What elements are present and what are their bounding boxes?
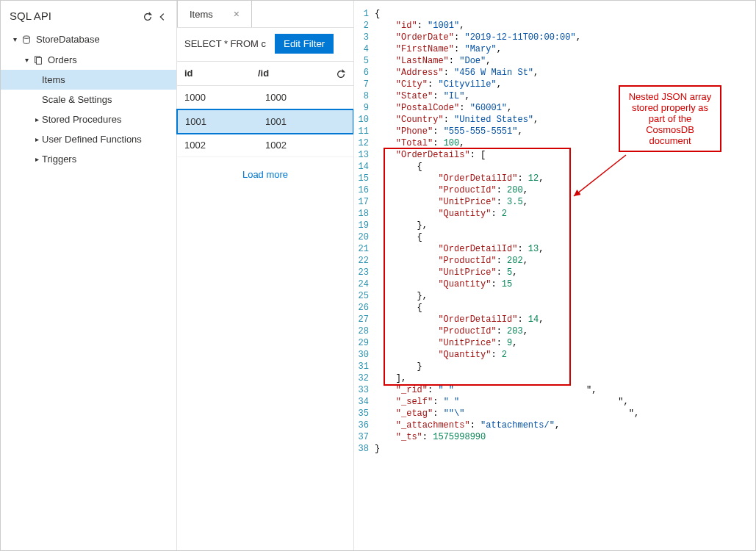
code-line: 1{ <box>354 8 755 20</box>
cell-pid: 1000 <box>265 92 346 103</box>
code-line: 21 "OrderDetailId": 13, <box>354 243 755 255</box>
code-line: 2 "id": "1001", <box>354 20 755 32</box>
code-line: 6 "Address": "456 W Main St", <box>354 67 755 79</box>
code-line: 4 "FirstName": "Mary", <box>354 43 755 55</box>
chevron-right-icon: ▸ <box>32 135 42 143</box>
code-line: 33 "_rid": " " ", <box>354 384 755 396</box>
code-line: 28 "ProductId": 203, <box>354 325 755 337</box>
table-row[interactable]: 10011001 <box>176 109 354 134</box>
items-panel: Items × SELECT * FROM c Edit Filter id /… <box>177 1 353 550</box>
cell-id: 1000 <box>184 92 265 103</box>
chevron-right-icon: ▸ <box>32 155 42 163</box>
tree-item-sprocs[interactable]: ▸ Stored Procedures <box>1 109 176 129</box>
tree-item-udf[interactable]: ▸ User Defined Functions <box>1 129 176 149</box>
annotation-callout: Nested JSON array stored properly as par… <box>619 85 721 152</box>
tree-item-items[interactable]: Items <box>1 70 176 90</box>
tab-label: Items <box>190 9 213 20</box>
code-line: 22 "ProductId": 202, <box>354 255 755 267</box>
sidebar-title: SQL API <box>10 10 51 22</box>
code-line: 3 "OrderDate": "2019-12-11T00:00:00", <box>354 32 755 43</box>
refresh-icon[interactable] <box>143 10 153 22</box>
code-line: 27 "OrderDetailId": 14, <box>354 314 755 325</box>
col-partition: /id <box>258 68 331 79</box>
tree-label: Orders <box>48 54 173 65</box>
code-line: 17 "UnitPrice": 3.5, <box>354 196 755 208</box>
cell-id: 1001 <box>185 116 265 127</box>
filter-query: SELECT * FROM c <box>184 38 266 49</box>
load-more-link[interactable]: Load more <box>177 157 353 192</box>
tree-database[interactable]: ▾ StoreDatabase <box>1 29 176 50</box>
col-id: id <box>184 68 258 79</box>
code-line: 24 "Quantity": 15 <box>354 278 755 290</box>
code-line: 29 "UnitPrice": 9, <box>354 337 755 349</box>
annotation-text: Nested JSON array stored properly as par… <box>629 91 712 146</box>
collection-icon <box>32 54 45 66</box>
filter-row: SELECT * FROM c Edit Filter <box>177 28 353 61</box>
code-line: 31 } <box>354 361 755 372</box>
code-line: 36 "_attachments": "attachments/", <box>354 419 755 431</box>
cell-pid: 1001 <box>265 116 345 127</box>
sidebar-header: SQL API <box>1 7 176 29</box>
document-viewer: 1{2 "id": "1001",3 "OrderDate": "2019-12… <box>353 1 755 550</box>
code-line: 25 }, <box>354 290 755 302</box>
tab-items[interactable]: Items × <box>177 1 252 27</box>
table-row[interactable]: 10001000 <box>177 86 353 109</box>
tree-label: Stored Procedures <box>42 114 173 125</box>
rows-container: 100010001001100110021002 <box>177 86 353 157</box>
tree-item-scale[interactable]: Scale & Settings <box>1 90 176 109</box>
chevron-right-icon: ▸ <box>32 115 42 123</box>
code-line: 16 "ProductId": 200, <box>354 184 755 196</box>
code-line: 20 { <box>354 231 755 243</box>
code-line: 18 "Quantity": 2 <box>354 208 755 220</box>
code-line: 35 "_etag": ""\" ", <box>354 408 755 419</box>
list-header: id /id <box>177 61 353 86</box>
code-line: 14 { <box>354 161 755 173</box>
code-line: 23 "UnitPrice": 5, <box>354 267 755 278</box>
code-line: 15 "OrderDetailId": 12, <box>354 173 755 184</box>
code-line: 26 { <box>354 302 755 314</box>
table-row[interactable]: 10021002 <box>177 134 353 157</box>
database-icon <box>20 34 33 46</box>
code-line: 32 ], <box>354 372 755 384</box>
refresh-icon[interactable] <box>331 68 346 79</box>
code-area[interactable]: 1{2 "id": "1001",3 "OrderDate": "2019-12… <box>354 1 755 462</box>
tab-strip: Items × <box>177 1 353 28</box>
tree-label: StoreDatabase <box>36 34 173 45</box>
svg-point-0 <box>24 35 30 38</box>
tree-label: Triggers <box>42 154 173 165</box>
code-line: 5 "LastName": "Doe", <box>354 55 755 67</box>
code-line: 34 "_self": " " ", <box>354 396 755 408</box>
chevron-down-icon: ▾ <box>10 35 20 43</box>
cell-pid: 1002 <box>265 140 346 151</box>
tree: ▾ StoreDatabase ▾ Orders Items Scale & S… <box>1 29 176 169</box>
chevron-down-icon: ▾ <box>21 56 32 64</box>
edit-filter-button[interactable]: Edit Filter <box>275 34 334 54</box>
code-line: 38} <box>354 443 755 455</box>
collapse-icon[interactable] <box>157 10 168 22</box>
svg-rect-2 <box>36 58 41 65</box>
cell-id: 1002 <box>184 140 265 151</box>
tree-label: Scale & Settings <box>42 94 173 105</box>
tree-label: User Defined Functions <box>42 134 173 145</box>
tree-item-triggers[interactable]: ▸ Triggers <box>1 149 176 169</box>
close-icon[interactable]: × <box>234 8 240 20</box>
code-line: 19 }, <box>354 220 755 231</box>
code-line: 37 "_ts": 1575998990 <box>354 431 755 443</box>
tree-label: Items <box>42 74 173 85</box>
sidebar: SQL API ▾ StoreDatabase ▾ Orders <box>1 1 177 550</box>
code-line: 30 "Quantity": 2 <box>354 349 755 361</box>
tree-collection[interactable]: ▾ Orders <box>1 50 176 71</box>
